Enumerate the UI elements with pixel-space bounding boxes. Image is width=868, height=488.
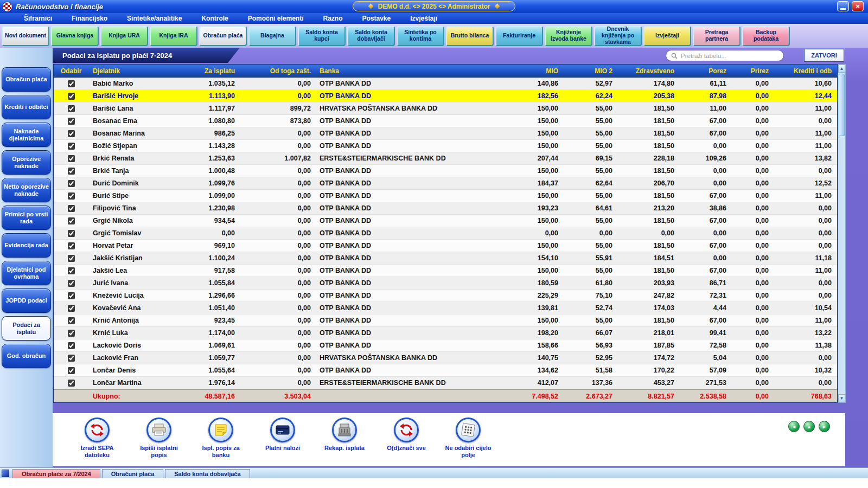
table-row[interactable]: Lacković Fran 1.059,77 0,00 HRVATSKA POŠ… [54, 352, 837, 364]
row-select-checkbox[interactable] [68, 255, 75, 262]
table-row[interactable]: Kovačević Ana 1.051,40 0,00 OTP BANKA DD… [54, 302, 837, 314]
scrollbar-thumb[interactable] [839, 74, 845, 136]
column-header-mio[interactable]: MIO [512, 65, 563, 77]
menu-item[interactable]: Financijsko [72, 15, 107, 22]
table-row[interactable]: Lončar Martina 1.976,14 0,00 ERSTE&STEIE… [54, 377, 837, 389]
ispisi-isplatni-popis-button[interactable]: Ispiši isplatni popis [134, 418, 184, 466]
toolbar-button[interactable]: Blagajna [248, 26, 296, 46]
row-select-checkbox[interactable] [68, 118, 75, 125]
status-tab[interactable]: Saldo konta dobavljača [165, 469, 250, 478]
menu-item[interactable]: Kontrole [201, 15, 228, 22]
scroll-down-button[interactable]: ▼ [838, 394, 845, 402]
toolbar-button[interactable]: Izvještaji [643, 26, 691, 46]
toolbar-button[interactable]: Pretraga partnera [693, 26, 741, 46]
table-search[interactable] [666, 50, 784, 61]
toolbar-button[interactable]: Glavna knjiga [51, 26, 99, 46]
row-select-checkbox[interactable] [68, 205, 75, 212]
minimize-button[interactable] [837, 1, 849, 11]
row-select-checkbox[interactable] [68, 80, 75, 87]
sidebar-item[interactable]: God. obračun [2, 344, 51, 368]
table-row[interactable]: Filipović Tina 1.230,98 0,00 OTP BANKA D… [54, 202, 837, 215]
row-select-checkbox[interactable] [68, 230, 75, 237]
close-button[interactable]: × [852, 1, 864, 11]
table-row[interactable]: Božić Stjepan 1.143,28 0,00 OTP BANKA DD… [54, 140, 837, 152]
column-header-od-toga-zast[interactable]: Od toga zašt. [239, 65, 315, 77]
row-select-checkbox[interactable] [68, 130, 75, 137]
menu-item[interactable]: Pomoćni elementi [248, 15, 304, 22]
column-header-zdravstveno[interactable]: Zdravstveno [617, 65, 679, 77]
toolbar-button[interactable]: Fakturiranje [495, 26, 543, 46]
table-scrollbar[interactable]: ▲ ▼ [838, 64, 846, 403]
row-select-checkbox[interactable] [68, 192, 75, 200]
status-tab[interactable]: Obračun plaće za 7/2024 [12, 469, 100, 478]
row-select-checkbox[interactable] [68, 305, 75, 312]
nav-up-button[interactable]: ▲ [803, 421, 815, 432]
menu-item[interactable]: Razno [323, 15, 342, 22]
menu-item[interactable]: Postavke [362, 15, 391, 22]
rekap-isplata-button[interactable]: Rekap. isplata [320, 418, 369, 466]
row-select-checkbox[interactable] [68, 168, 75, 175]
table-row[interactable]: Krnić Luka 1.174,00 0,00 OTP BANKA DD 19… [54, 327, 837, 339]
column-header-banka[interactable]: Banka [315, 65, 512, 77]
menu-item[interactable]: Šifrarnici [24, 15, 52, 22]
toolbar-button[interactable]: Knjiga URA [100, 26, 148, 46]
ne-odabiri-cijelo-polje-button[interactable]: Ne odabiri cijelo polje [443, 418, 493, 466]
sidebar-item[interactable]: JOPDD podaci [2, 288, 51, 313]
table-row[interactable]: Đurić Dominik 1.099,76 0,00 OTP BANKA DD… [54, 177, 837, 190]
zatvori-button[interactable]: ZATVORI [804, 49, 844, 62]
odznaci-sve-button[interactable]: O(d)znači sve [381, 418, 431, 466]
toolbar-button[interactable]: Sintetika po kontima [397, 26, 444, 46]
row-select-checkbox[interactable] [68, 317, 75, 324]
row-select-checkbox[interactable] [68, 267, 75, 274]
row-select-checkbox[interactable] [68, 93, 75, 100]
nav-right-button[interactable]: ► [819, 421, 830, 432]
column-header-porez[interactable]: Porez [679, 65, 731, 77]
column-header-mio2[interactable]: MIO 2 [563, 65, 617, 77]
sidebar-item[interactable]: Oporezive naknade [2, 150, 51, 175]
menu-item[interactable]: Izvještaji [410, 15, 437, 22]
table-row[interactable]: Brkić Renata 1.253,63 1.007,82 ERSTE&STE… [54, 152, 837, 165]
row-select-checkbox[interactable] [68, 217, 75, 224]
table-row[interactable]: Krnić Antonija 923,45 0,00 OTP BANKA DD … [54, 314, 837, 327]
row-select-checkbox[interactable] [68, 155, 75, 162]
column-header-za-isplatu[interactable]: Za isplatu [178, 65, 239, 77]
row-select-checkbox[interactable] [68, 330, 75, 337]
table-row[interactable]: Babić Marko 1.035,12 0,00 OTP BANKA DD 1… [54, 78, 837, 90]
table-row[interactable]: Jakšić Lea 917,58 0,00 OTP BANKA DD 150,… [54, 265, 837, 277]
scroll-up-button[interactable]: ▲ [838, 65, 845, 73]
sidebar-item[interactable]: Djelatnici pod ovrhama [2, 261, 51, 285]
toolbar-button[interactable]: Saldo konta kupci [298, 26, 346, 46]
row-select-checkbox[interactable] [68, 367, 75, 374]
column-header-krediti[interactable]: Krediti i odb [773, 65, 836, 77]
sidebar-item[interactable]: Podaci za isplatu [2, 316, 51, 341]
row-select-checkbox[interactable] [68, 355, 75, 362]
toolbar-button[interactable]: Saldo konta dobavljači [347, 26, 395, 46]
row-select-checkbox[interactable] [68, 180, 75, 187]
ispl-popis-za-banku-button[interactable]: Ispl. popis za banku [196, 418, 246, 466]
row-select-checkbox[interactable] [68, 342, 75, 349]
menu-item[interactable]: Sintetike/analitike [127, 15, 182, 22]
toolbar-button[interactable]: Backup podataka [742, 26, 790, 46]
toolbar-button[interactable]: Knjiženje izvoda banke [545, 26, 592, 46]
table-row[interactable]: Grgić Tomislav 0,00 0,00 OTP BANKA DD 0,… [54, 227, 837, 240]
column-header-prirez[interactable]: Prirez [731, 65, 773, 77]
table-row[interactable]: Lacković Doris 1.069,61 0,00 OTP BANKA D… [54, 339, 837, 352]
column-header-djelatnik[interactable]: Djelatnik [88, 65, 178, 77]
toolbar-button[interactable]: Brutto bilanca [446, 26, 494, 46]
status-tab[interactable]: Obračuni plaća [102, 469, 163, 478]
izradi-sepa-button[interactable]: Izradi SEPA datoteku [72, 418, 122, 466]
table-row[interactable]: Brkić Tanja 1.000,48 0,00 OTP BANKA DD 1… [54, 165, 837, 177]
row-select-checkbox[interactable] [68, 380, 75, 387]
toolbar-button[interactable]: Knjiga IRA [150, 26, 197, 46]
row-select-checkbox[interactable] [68, 280, 75, 287]
toolbar-button[interactable]: Dnevnik knjiženja po stavkama [594, 26, 642, 46]
row-select-checkbox[interactable] [68, 292, 75, 299]
row-select-checkbox[interactable] [68, 105, 75, 112]
sidebar-item[interactable]: Naknade djelatnicima [2, 123, 51, 147]
column-header-odabir[interactable]: Odabir [54, 65, 88, 77]
toolbar-button[interactable]: Novi dokument [2, 26, 49, 46]
sidebar-item[interactable]: Primici po vrsti rada [2, 206, 51, 230]
toolbar-button[interactable]: Obračun plaća [199, 26, 247, 46]
table-row[interactable]: Horvat Petar 969,10 0,00 OTP BANKA DD 15… [54, 240, 837, 252]
table-row[interactable]: Barišić Hrvoje 1.113,90 0,00 OTP BANKA D… [54, 90, 837, 102]
